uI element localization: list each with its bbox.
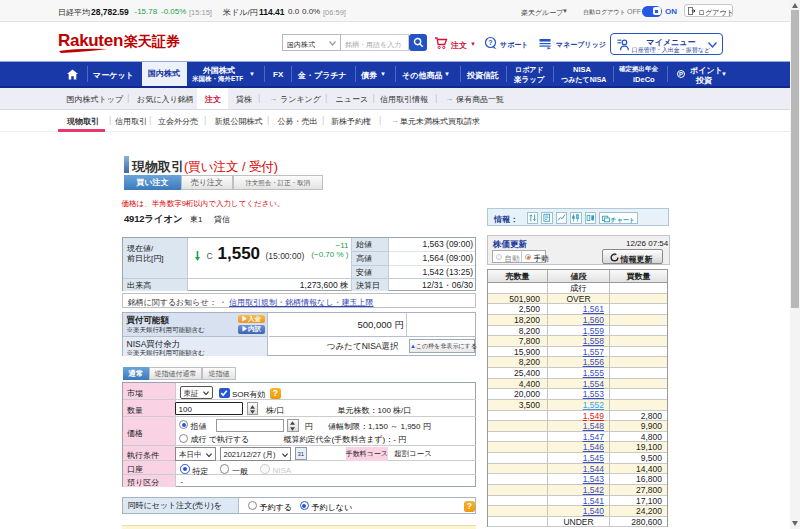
svg-text:?: ?: [488, 39, 492, 46]
